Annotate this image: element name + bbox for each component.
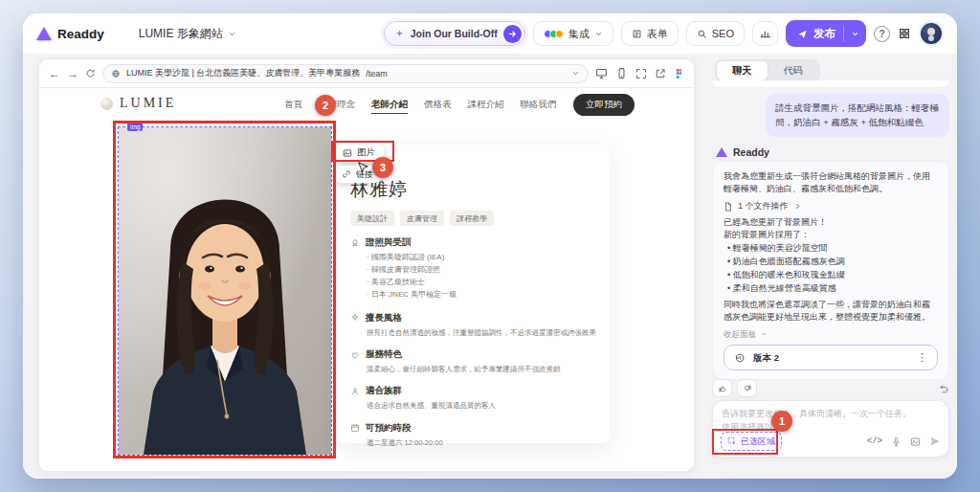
file-operation-label: 1 个文件操作: [738, 200, 789, 212]
fullscreen-icon[interactable]: [635, 68, 647, 79]
tab-chat[interactable]: 聊天: [717, 61, 768, 80]
medal-icon: [350, 238, 360, 248]
selected-region-label: 已选区域: [741, 436, 775, 448]
form-button[interactable]: 表单: [621, 21, 679, 46]
assistant-paragraph: 我會為您重新生成一張符合網站風格的背景圖片，使用輕奢極簡、奶油白、霧感灰和低飽和…: [724, 170, 938, 195]
globe-icon: [111, 69, 121, 78]
external-link-icon[interactable]: [655, 68, 666, 79]
mobile-icon[interactable]: [615, 67, 628, 79]
annotation-marker-1: 1: [771, 411, 792, 432]
project-switcher[interactable]: LUMIE 形象網站: [139, 26, 236, 42]
panel-tabs: 聊天 代码: [715, 59, 820, 82]
readdy-app-window: Readdy LUMIE 形象網站 Join Our Build-Off 集成: [23, 13, 957, 479]
section-title: 擅長風格: [366, 312, 402, 324]
build-off-label: Join Our Build-Off: [411, 28, 498, 39]
help-icon[interactable]: ?: [874, 26, 890, 42]
nav-item-teachers[interactable]: 老師介紹: [371, 99, 408, 114]
analytics-button[interactable]: [752, 21, 778, 46]
send-message-icon[interactable]: [929, 436, 941, 447]
build-off-button[interactable]: Join Our Build-Off: [384, 21, 525, 46]
booking-cta-button[interactable]: 立即預約: [573, 94, 635, 116]
readdy-logo-icon: [716, 147, 727, 157]
kebab-menu-icon[interactable]: ⋮: [917, 350, 927, 366]
bullet-item: 奶油白色牆面搭配霧感灰色調: [727, 256, 938, 269]
tab-code[interactable]: 代码: [768, 61, 818, 80]
section-title: 服務特色: [366, 348, 402, 361]
section-certifications: 證照與受訓 國際美睫師認證 (IEA) 韓國皮膚管理師證照 美容乙級技術士 日本…: [350, 236, 600, 302]
annotation-marker-3: 3: [372, 157, 393, 178]
previous-message-edge: [712, 80, 949, 87]
input-icons: </>: [867, 436, 941, 447]
chat-panel: 聊天 代码 請生成背景圖片，搭配網站風格：輕奢極簡，奶油白 + 霧感灰 + 低飽…: [712, 54, 949, 479]
cert-item: 美容乙級技術士: [367, 277, 600, 289]
avatar[interactable]: [919, 21, 944, 46]
chevron-down-icon: [594, 30, 603, 38]
browser-toolbar: ← → LUMIE 美學沙龍 | 台北信義區美睫、皮膚管理、美甲專業服務 /te…: [39, 59, 694, 88]
seo-label: SEO: [712, 28, 734, 39]
badge-skin: 皮膚管理: [400, 211, 444, 226]
url-title: LUMIE 美學沙龍 | 台北信義區美睫、皮膚管理、美甲專業服務: [126, 67, 360, 79]
teacher-profile-card: 林雅婷 美睫設計 皮膚管理 課程教學 證照與受訓: [337, 145, 610, 443]
selected-region-chip[interactable]: 已选区域: [721, 432, 782, 451]
img-element-tag: img: [127, 123, 143, 131]
thumbs-up-button[interactable]: [712, 379, 732, 397]
code-icon[interactable]: </>: [867, 436, 882, 446]
nav-item-pricing[interactable]: 價格表: [424, 99, 452, 114]
bullet-item: 低飽和的暖米色和玫瑰金點綴: [727, 269, 938, 282]
chevron-down-icon[interactable]: [571, 69, 580, 78]
user-message-bubble: 請生成背景圖片，搭配網站風格：輕奢極簡，奶油白 + 霧感灰 + 低飽和點綴色: [766, 94, 949, 137]
url-path: /team: [366, 69, 388, 78]
figma-icon[interactable]: [674, 68, 684, 78]
teacher-name: 林雅婷: [350, 177, 600, 202]
desktop-icon[interactable]: [595, 67, 608, 79]
nav-item-courses[interactable]: 課程介紹: [468, 99, 504, 114]
site-logo-text: LUMIE: [120, 96, 176, 111]
section-style: 擅長風格 擅長打造自然清透的妝感，注重整體協調性，不追求過度濃密或誇張效果: [350, 312, 600, 338]
publish-button[interactable]: 发布: [786, 20, 866, 47]
thumbs-down-icon: [743, 384, 752, 393]
bullet-item: 輕奢極簡的美容沙龍空間: [727, 242, 938, 256]
bullet-item: 柔和自然光線營造高級質感: [727, 282, 938, 296]
apps-grid-icon[interactable]: [898, 27, 911, 40]
forward-icon[interactable]: →: [67, 68, 78, 79]
feedback-row: [712, 379, 949, 397]
chevron-right-icon: [793, 202, 802, 211]
mouse-cursor-icon: [358, 162, 368, 174]
nav-item-home[interactable]: 首頁: [284, 99, 302, 114]
search-icon: [697, 29, 707, 39]
site-page: LUMIE 首頁 品牌理念 老師介紹 價格表 課程介紹 聯絡我們 立即預約: [39, 88, 694, 472]
seo-button[interactable]: SEO: [686, 21, 745, 46]
assistant-paragraph: 同時我也將深色遮罩調淡了一些，讓背景的奶油白和霧感灰色調能更好地呈現出來，整體視…: [724, 299, 938, 324]
publish-caret[interactable]: [843, 26, 866, 41]
chart-icon: [760, 28, 771, 39]
readdy-logo-icon: [36, 27, 52, 40]
mic-icon[interactable]: [891, 436, 902, 447]
teacher-portrait-image[interactable]: [119, 127, 331, 455]
refresh-icon[interactable]: [85, 68, 96, 78]
section-title: 適合族群: [366, 385, 402, 397]
form-label: 表单: [647, 27, 668, 41]
version-label: 版本 2: [753, 351, 779, 365]
back-icon[interactable]: ←: [49, 68, 60, 79]
chat-input[interactable]: 告诉我要更改什么，具体而清晰。一次一个任务。 使用选择器以提 已选区域 </>: [712, 400, 949, 458]
url-bar[interactable]: LUMIE 美學沙龍 | 台北信義區美睫、皮膚管理、美甲專業服務 /team: [102, 64, 589, 83]
assistant-name: Readdy: [733, 146, 769, 158]
form-icon: [632, 29, 642, 39]
readdy-brand[interactable]: Readdy: [36, 27, 104, 41]
integrations-button[interactable]: 集成: [533, 21, 613, 46]
thumbs-down-button[interactable]: [737, 379, 757, 397]
version-card[interactable]: 版本 2 ⋮: [724, 345, 938, 370]
sparkles-icon: [350, 313, 360, 323]
undo-icon[interactable]: [938, 383, 949, 394]
project-name: LUMIE 形象網站: [139, 26, 223, 42]
portrait-photo: [119, 127, 331, 455]
image-upload-icon[interactable]: [910, 436, 921, 447]
browser-preview: ← → LUMIE 美學沙龍 | 台北信義區美睫、皮膚管理、美甲專業服務 /te…: [38, 58, 695, 472]
nav-item-contact[interactable]: 聯絡我們: [521, 99, 557, 114]
site-logo[interactable]: LUMIE: [100, 96, 176, 111]
image-icon: [343, 148, 352, 158]
calendar-icon: [350, 423, 360, 433]
collapse-panel-button[interactable]: 收起面板: [724, 328, 938, 340]
arrow-right-icon: [503, 25, 522, 43]
file-operation-row[interactable]: 1 个文件操作: [724, 200, 938, 212]
